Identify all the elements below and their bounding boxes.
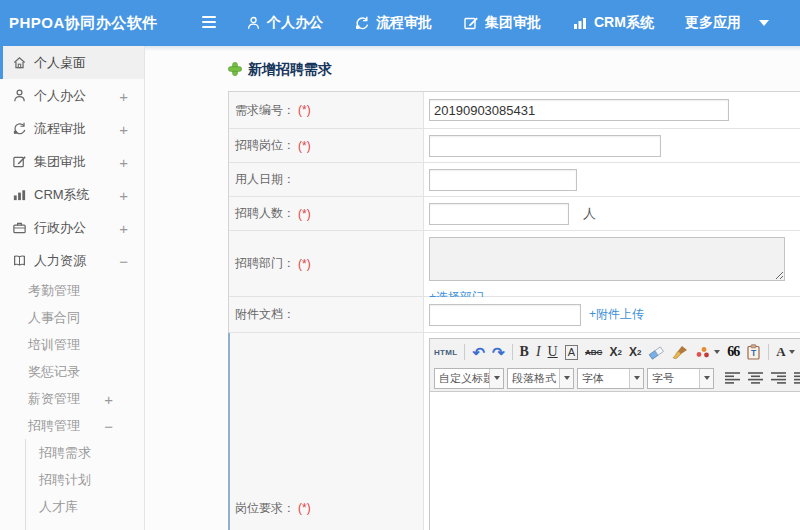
rich-text-editor: HTML ↶ ↷ B I U A ABC X2 X2 [429, 338, 800, 530]
font-family-select[interactable]: 字体 [577, 368, 644, 389]
nav-crm-system[interactable]: CRM系统 [572, 14, 654, 32]
eraser-icon[interactable] [648, 345, 665, 360]
editor-content-area[interactable] [430, 392, 800, 530]
align-left-icon[interactable] [724, 371, 741, 385]
emoticon-color-icon[interactable] [695, 345, 720, 359]
sidebar-item-reward-punish[interactable]: 奖惩记录 [0, 358, 144, 385]
nav-personal-office[interactable]: 个人办公 [246, 14, 323, 32]
redo-icon[interactable]: ↷ [492, 345, 505, 360]
align-right-icon[interactable] [770, 371, 787, 385]
sidebar-item-salary-mgmt[interactable]: 薪资管理 + [0, 385, 144, 412]
html-source-button[interactable]: HTML [434, 348, 457, 357]
field-label: 招聘人数： (*) [229, 197, 424, 230]
heading-select[interactable]: 自定义标题 [434, 368, 504, 389]
nav-more-apps[interactable]: 更多应用 [685, 14, 769, 32]
bold-button[interactable]: B [520, 344, 529, 360]
recruit-submenu: 招聘需求 招聘计划 人才库 [25, 439, 144, 530]
form-row-position: 招聘岗位： (*) [229, 129, 800, 163]
strikethrough-button[interactable]: ABC [585, 348, 602, 357]
sidebar-item-workflow-approval[interactable]: 流程审批 + [0, 112, 144, 145]
font-size-select[interactable]: 字号 [647, 368, 714, 389]
required-mark: (*) [298, 103, 311, 117]
form-row-attachment: 附件文档： +附件上传 [229, 297, 800, 333]
add-icon [228, 62, 242, 79]
collapse-icon[interactable]: − [119, 252, 128, 269]
underline-button[interactable]: U [548, 344, 558, 360]
expand-icon[interactable]: + [119, 87, 128, 104]
field-label: 招聘部门： (*) [229, 231, 424, 296]
headcount-input[interactable] [429, 203, 569, 225]
field-label: 岗位要求： (*) [229, 333, 424, 530]
headcount-unit: 人 [583, 205, 596, 223]
position-input[interactable] [429, 135, 661, 157]
hire-date-input[interactable] [429, 169, 577, 191]
top-bar: PHPOA协同办公软件 个人办公 流程审批 集团审批 CRM系统 更多应用 [0, 0, 800, 46]
sidebar-item-recruit-plan[interactable]: 招聘计划 [26, 466, 144, 493]
recruit-demand-form: 需求编号： (*) 招聘岗位： (*) 用人日期： [228, 91, 800, 530]
sidebar-item-recruit-mgmt[interactable]: 招聘管理 − [0, 412, 144, 439]
superscript-button[interactable]: X2 [609, 345, 621, 359]
required-mark: (*) [298, 501, 311, 515]
sidebar-item-talent-pool[interactable]: 人才库 [26, 493, 144, 520]
chart-icon [572, 15, 588, 31]
divider [464, 344, 465, 360]
paste-text-icon[interactable]: T [746, 344, 761, 360]
sidebar-item-personal-office[interactable]: 个人办公 + [0, 79, 144, 112]
field-label: 附件文档： [229, 297, 424, 332]
align-center-icon[interactable] [747, 371, 764, 385]
sidebar-item-training-mgmt[interactable]: 培训管理 [0, 331, 144, 358]
form-row-department: 招聘部门： (*) +选择部门 [229, 231, 800, 297]
expand-icon[interactable]: + [119, 186, 128, 203]
expand-icon[interactable]: + [119, 219, 128, 236]
blockquote-button[interactable]: 66 [727, 344, 739, 360]
font-color-button[interactable]: A [776, 344, 794, 360]
divider [512, 344, 513, 360]
process-icon [354, 15, 370, 31]
font-style-button[interactable]: A [565, 345, 578, 360]
svg-text:T: T [751, 348, 757, 358]
sidebar-item-recruit-demand[interactable]: 招聘需求 [26, 439, 144, 466]
expand-icon[interactable]: + [119, 120, 128, 137]
main-content: 新增招聘需求 需求编号： (*) 招聘岗位： (*) 用人日期： [145, 46, 800, 530]
edit-icon [11, 154, 27, 170]
sidebar-item-group-approval[interactable]: 集团审批 + [0, 145, 144, 178]
page-title: 新增招聘需求 [228, 61, 800, 79]
sidebar-item-admin-office[interactable]: 行政办公 + [0, 211, 144, 244]
attachment-input[interactable] [429, 304, 581, 326]
nav-group-approval[interactable]: 集团审批 [463, 14, 541, 32]
required-mark: (*) [298, 207, 311, 221]
sidebar-item-attendance-mgmt[interactable]: 考勤管理 [0, 277, 144, 304]
sidebar-item-personal-desktop[interactable]: 个人桌面 [0, 46, 144, 79]
expand-icon[interactable]: + [104, 390, 113, 407]
undo-icon[interactable]: ↶ [472, 345, 485, 360]
caret-down-icon [629, 369, 643, 388]
divider [768, 344, 769, 360]
caret-down-icon [699, 369, 713, 388]
field-label: 需求编号： (*) [229, 92, 424, 128]
caret-down-icon [789, 350, 795, 354]
paragraph-format-select[interactable]: 段落格式 [507, 368, 574, 389]
process-icon [11, 121, 27, 137]
field-label: 用人日期： [229, 163, 424, 196]
upload-attachment-link[interactable]: +附件上传 [589, 306, 644, 323]
home-icon [11, 55, 27, 71]
chart-icon [11, 187, 27, 203]
sidebar-item-crm-system[interactable]: CRM系统 + [0, 178, 144, 211]
sidebar-item-human-resources[interactable]: 人力资源 − [0, 244, 144, 277]
department-textarea[interactable] [429, 237, 785, 281]
expand-icon[interactable]: + [119, 153, 128, 170]
subscript-button[interactable]: X2 [629, 345, 641, 359]
align-justify-icon[interactable] [793, 371, 800, 385]
required-mark: (*) [298, 139, 311, 153]
sidebar-item-hr-contract[interactable]: 人事合同 [0, 304, 144, 331]
menu-toggle-icon[interactable] [202, 16, 216, 31]
collapse-icon[interactable]: − [104, 417, 113, 434]
caret-down-icon [714, 350, 720, 354]
format-brush-icon[interactable] [672, 345, 688, 360]
caret-down-icon [759, 20, 769, 26]
caret-down-icon [489, 369, 503, 388]
nav-workflow-approval[interactable]: 流程审批 [354, 14, 432, 32]
sidebar: 个人桌面 个人办公 + 流程审批 + 集团审批 + CRM系统 + 行政办公 +… [0, 46, 145, 530]
demand-no-input[interactable] [429, 99, 729, 121]
italic-button[interactable]: I [536, 344, 541, 360]
